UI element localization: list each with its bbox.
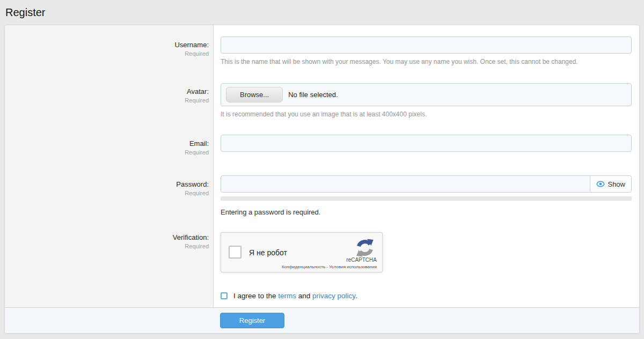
recaptcha-brand-text: reCAPTCHA bbox=[346, 257, 377, 263]
recaptcha-checkbox-label: Я не робот bbox=[249, 248, 287, 257]
avatar-label-cell: Avatar: Required bbox=[5, 77, 214, 128]
registration-form: Username: Required This is the name that… bbox=[4, 25, 640, 334]
eye-icon bbox=[596, 180, 605, 188]
avatar-file-input[interactable]: Browse... No file selected. bbox=[221, 83, 632, 106]
verification-label: Verification: bbox=[5, 233, 209, 241]
password-field-group: Show bbox=[221, 175, 632, 193]
avatar-row: Avatar: Required Browse... No file selec… bbox=[5, 77, 639, 128]
agreement-text-middle: and bbox=[296, 292, 312, 300]
verification-label-cell: Verification: Required bbox=[5, 226, 214, 285]
username-input[interactable] bbox=[221, 36, 632, 54]
file-status-text: No file selected. bbox=[288, 91, 338, 99]
verification-row: Verification: Required Я не робот reCAPT… bbox=[5, 226, 639, 285]
password-content-cell: Show Entering a password is required. bbox=[214, 169, 639, 226]
agreement-text-after: . bbox=[355, 292, 357, 300]
browse-button[interactable]: Browse... bbox=[226, 87, 283, 102]
privacy-policy-link[interactable]: privacy policy bbox=[312, 292, 355, 300]
email-required-hint: Required bbox=[5, 149, 209, 156]
avatar-content-cell: Browse... No file selected. It is recomm… bbox=[214, 77, 639, 128]
recaptcha-logo-icon bbox=[355, 238, 375, 258]
page-title: Register bbox=[0, 0, 644, 25]
email-label-cell: Email: Required bbox=[5, 128, 214, 169]
username-row: Username: Required This is the name that… bbox=[5, 25, 639, 77]
agreement-content-cell: I agree to the terms and privacy policy. bbox=[214, 285, 639, 307]
register-submit-button[interactable]: Register bbox=[220, 313, 284, 328]
recaptcha-terms-link[interactable]: Условия использования bbox=[329, 264, 377, 269]
recaptcha-widget: Я не робот reCAPTCHA Конфиденциальность … bbox=[221, 232, 383, 272]
username-label: Username: bbox=[5, 41, 209, 49]
avatar-label: Avatar: bbox=[5, 87, 209, 95]
avatar-required-hint: Required bbox=[5, 97, 209, 104]
agreement-checkbox[interactable] bbox=[221, 292, 228, 299]
agreement-text: I agree to the terms and privacy policy. bbox=[233, 292, 357, 300]
password-required-hint: Required bbox=[5, 190, 209, 196]
password-label-cell: Password: Required bbox=[5, 169, 214, 226]
email-row: Email: Required bbox=[5, 128, 639, 169]
agreement-text-before: I agree to the bbox=[233, 292, 278, 300]
agreement-label-cell bbox=[5, 285, 214, 307]
recaptcha-privacy-link[interactable]: Конфиденциальность bbox=[282, 264, 325, 269]
email-label: Email: bbox=[5, 139, 209, 148]
password-error-text: Entering a password is required. bbox=[221, 208, 632, 216]
verification-required-hint: Required bbox=[5, 243, 209, 249]
terms-link[interactable]: terms bbox=[278, 292, 296, 300]
username-label-cell: Username: Required bbox=[5, 25, 214, 77]
username-required-hint: Required bbox=[5, 50, 209, 57]
recaptcha-checkbox[interactable] bbox=[229, 246, 241, 259]
recaptcha-links: Конфиденциальность - Условия использован… bbox=[282, 264, 377, 269]
password-input[interactable] bbox=[221, 176, 590, 192]
avatar-help-text: It is recommended that you use an image … bbox=[221, 110, 632, 118]
email-input[interactable] bbox=[221, 135, 632, 152]
username-help-text: This is the name that will be shown with… bbox=[221, 58, 632, 65]
verification-content-cell: Я не робот reCAPTCHA Конфиденциальность … bbox=[214, 226, 639, 285]
form-footer: Register bbox=[5, 307, 639, 333]
username-content-cell: This is the name that will be shown with… bbox=[214, 25, 639, 77]
show-password-label: Show bbox=[608, 180, 625, 188]
password-row: Password: Required Show Entering a passw… bbox=[5, 169, 639, 226]
show-password-button[interactable]: Show bbox=[590, 176, 631, 192]
password-label: Password: bbox=[5, 180, 209, 188]
email-content-cell bbox=[214, 128, 639, 169]
agreement-row: I agree to the terms and privacy policy. bbox=[5, 285, 639, 307]
password-strength-meter bbox=[221, 196, 632, 201]
